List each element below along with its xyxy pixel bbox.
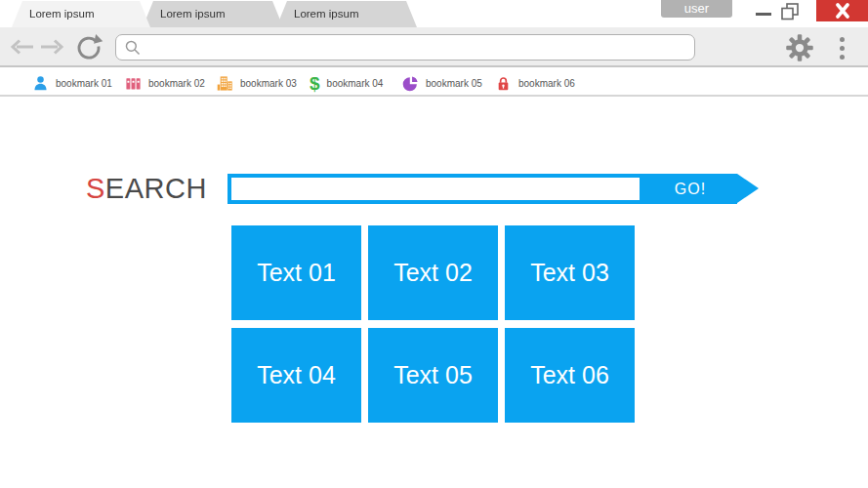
refresh-icon: [74, 32, 103, 61]
tile-grid: Text 01 Text 02 Text 03 Text 04 Text 05 …: [231, 225, 635, 423]
bookmark-label: bookmark 05: [426, 78, 482, 89]
restore-button[interactable]: [777, 1, 803, 22]
menu-button[interactable]: [829, 32, 854, 63]
pie-chart-icon: [402, 75, 419, 92]
tile-text-05[interactable]: Text 05: [368, 328, 498, 423]
close-button[interactable]: [816, 0, 868, 21]
bookmarks-bar: bookmark 01 bookmark 02: [0, 69, 868, 97]
restore-icon: [779, 1, 801, 22]
bookmark-label: bookmark 02: [148, 78, 205, 89]
close-icon: [833, 3, 852, 19]
forward-arrow-icon: [39, 38, 64, 56]
page-title: SEARCH: [86, 173, 207, 205]
tile-text-03[interactable]: Text 03: [505, 225, 635, 320]
binders-icon: [125, 75, 142, 92]
tile-text-04[interactable]: Text 04: [231, 328, 361, 423]
kebab-dot: [840, 46, 845, 51]
bookmark-01[interactable]: bookmark 01: [32, 72, 112, 94]
bookmark-label: bookmark 06: [518, 78, 575, 89]
search-input[interactable]: [231, 178, 640, 200]
minimize-icon: [756, 13, 771, 16]
refresh-button[interactable]: [74, 32, 103, 61]
bookmark-05[interactable]: bookmark 05: [402, 72, 482, 94]
url-input[interactable]: [147, 38, 694, 58]
tab-2[interactable]: Lorem ipsum: [143, 1, 283, 27]
padlock-icon: [495, 75, 512, 92]
forward-button[interactable]: [39, 36, 64, 58]
bookmark-03[interactable]: bookmark 03: [217, 72, 297, 94]
tile-text-02[interactable]: Text 02: [368, 225, 498, 320]
bookmark-06[interactable]: bookmark 06: [495, 72, 575, 94]
kebab-dot: [840, 37, 845, 42]
kebab-dot: [840, 55, 845, 60]
back-arrow-icon: [10, 38, 35, 56]
user-badge[interactable]: user: [661, 0, 732, 18]
bookmark-04[interactable]: $ bookmark 04: [310, 72, 383, 94]
search-icon: [124, 39, 142, 57]
settings-button[interactable]: [784, 32, 815, 63]
gear-icon: [785, 33, 814, 62]
minimize-button[interactable]: [750, 0, 777, 21]
tab-1[interactable]: Lorem ipsum: [12, 1, 150, 27]
title-bar: Lorem ipsum Lorem ipsum Lorem ipsum user: [0, 0, 868, 27]
page-title-rest: EARCH: [105, 173, 207, 204]
tab-3[interactable]: Lorem ipsum: [276, 1, 417, 27]
dollar-icon: $: [310, 74, 320, 93]
tile-text-06[interactable]: Text 06: [505, 328, 635, 423]
person-icon: [32, 75, 49, 92]
bookmark-label: bookmark 03: [240, 78, 297, 89]
back-button[interactable]: [10, 36, 35, 58]
bookmark-02[interactable]: bookmark 02: [125, 72, 205, 94]
url-bar: [115, 34, 695, 61]
bookmark-label: bookmark 04: [327, 78, 384, 89]
page-title-lead-letter: S: [86, 173, 105, 204]
browser-window: Lorem ipsum Lorem ipsum Lorem ipsum user: [0, 0, 868, 488]
search-banner: GO!: [227, 174, 737, 204]
go-button[interactable]: GO!: [643, 174, 737, 204]
tile-text-01[interactable]: Text 01: [231, 225, 361, 320]
navigation-bar: [0, 27, 868, 67]
bookmark-label: bookmark 01: [56, 78, 112, 89]
buildings-icon: [217, 75, 233, 92]
